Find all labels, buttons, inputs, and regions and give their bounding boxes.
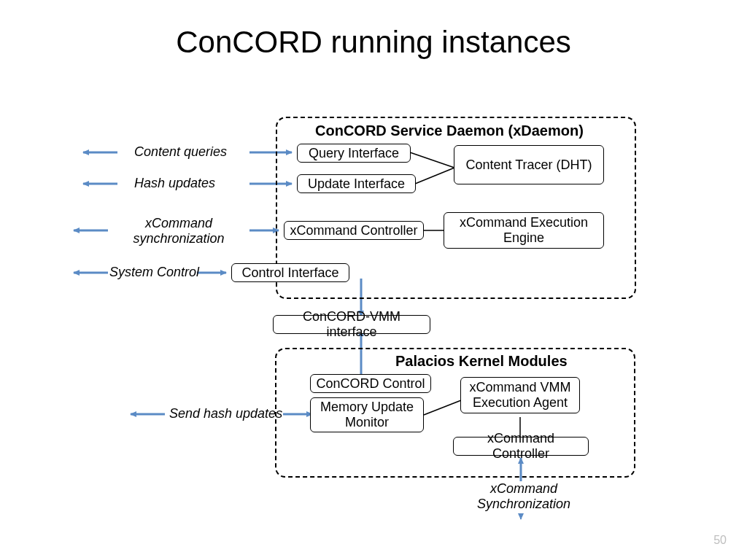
label-system-control: System Control	[109, 265, 199, 280]
box-concord-control: ConCORD Control	[310, 374, 431, 393]
slide-number: 50	[713, 534, 727, 547]
box-xcommand-engine: xCommand Execution Engine	[444, 212, 604, 249]
box-xcommand-vmm-agent: xCommand VMM Execution Agent	[460, 377, 580, 413]
label-hash-updates: Hash updates	[134, 176, 215, 191]
box-control-interface: Control Interface	[231, 263, 349, 282]
label-xcommand-sync: xCommand synchronization	[117, 216, 241, 246]
label-content-queries: Content queries	[134, 144, 227, 160]
label-xcommand-sync2: xCommand Synchronization	[473, 481, 575, 511]
label-send-hash-updates: Send hash updates	[169, 406, 282, 421]
box-update-interface: Update Interface	[297, 174, 416, 193]
box-memory-monitor: Memory Update Monitor	[310, 397, 424, 432]
daemon-title: ConCORD Service Daemon (xDaemon)	[315, 122, 584, 139]
box-xcommand-controller: xCommand Controller	[284, 221, 424, 240]
box-vmm-interface: ConCORD-VMM interface	[273, 315, 430, 334]
box-content-tracer: Content Tracer (DHT)	[454, 145, 604, 184]
page-title: ConCORD running instances	[0, 25, 747, 60]
box-query-interface: Query Interface	[297, 144, 411, 163]
palacios-title: Palacios Kernel Modules	[395, 353, 568, 370]
box-xcommand-controller2: xCommand Controller	[453, 437, 589, 456]
